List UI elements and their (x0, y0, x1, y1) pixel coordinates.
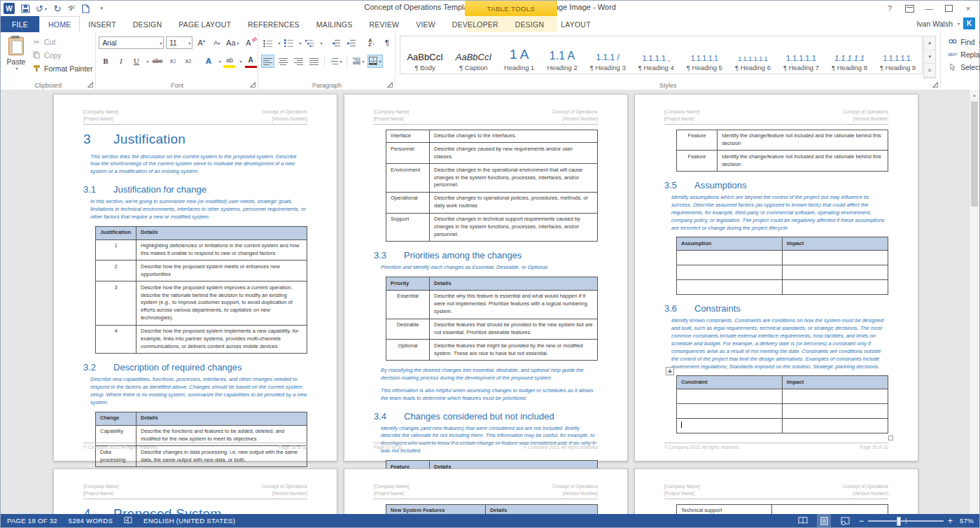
language-indicator[interactable]: ENGLISH (UNITED STATES) (144, 517, 235, 524)
table-cell[interactable] (783, 251, 888, 265)
increase-indent-button[interactable]: ▸ (345, 36, 358, 50)
undo-icon[interactable]: ↺▾ (36, 3, 47, 14)
tab-mailings[interactable]: MAILINGS (308, 16, 361, 32)
section-heading[interactable]: 3.6Constraints (664, 303, 888, 314)
document-page[interactable]: [Company Name][Project Name]Concept of O… (53, 94, 337, 461)
table-cell[interactable]: Describe features that might be provided… (430, 340, 598, 361)
style-item--body[interactable]: AaBbCcI¶ Body (400, 36, 449, 74)
line-spacing-button[interactable]: ↕▾ (328, 55, 343, 68)
clipboard-dialog-launcher-icon[interactable] (88, 82, 93, 88)
show-hide-pilcrow-button[interactable]: ¶ (381, 36, 394, 50)
select-button[interactable]: Select▾ (948, 61, 980, 74)
new-document-icon[interactable] (80, 3, 91, 14)
table-header-cell[interactable]: Priority (386, 277, 430, 291)
table-cell[interactable]: 3 (96, 282, 136, 325)
word-app-icon[interactable]: W (4, 3, 15, 14)
table-header-cell[interactable]: Details (485, 504, 597, 514)
table-cell[interactable]: Highlighting deficiencies or limitations… (136, 239, 307, 260)
read-mode-view-icon[interactable] (796, 514, 810, 527)
zoom-in-button[interactable]: + (948, 517, 953, 524)
borders-button[interactable]: ▾ (368, 55, 382, 68)
table-cell[interactable]: Describe how the proposed system meets o… (136, 260, 307, 282)
style-item--caption[interactable]: AaBbCcI¶ Caption (449, 36, 498, 74)
table-cell[interactable]: Interface (386, 130, 430, 143)
change-case-button[interactable]: Aa▾ (225, 36, 239, 50)
table-cell[interactable]: Essential (386, 290, 430, 319)
table-cell[interactable]: Personnel (386, 143, 430, 164)
help-button[interactable]: ? (881, 2, 898, 15)
section-heading[interactable]: 3.3Priorities among the changes (374, 250, 598, 260)
table-cell[interactable] (783, 404, 888, 419)
cut-button[interactable]: ✂Cut (31, 36, 92, 48)
bold-button[interactable]: B (99, 55, 112, 68)
subscript-button[interactable]: x2 (166, 55, 179, 68)
style-item--heading-6[interactable]: 1.1.1.1.1.1¶ Heading 6 (729, 36, 777, 74)
document-page[interactable]: [Company Name][Project Name]Concept of O… (344, 468, 628, 514)
table-cell[interactable]: Describe how the proposed system impleme… (136, 325, 307, 354)
zoom-out-button[interactable]: − (859, 517, 864, 524)
section-heading[interactable]: 3Justification (83, 132, 307, 147)
style-item--heading-5[interactable]: 1.1.1.1.1¶ Heading 5 (680, 36, 729, 74)
bullets-button[interactable] (261, 36, 274, 50)
table-resize-handle-icon[interactable] (888, 436, 893, 440)
table-cell[interactable]: Describe how the proposed system improve… (136, 282, 307, 325)
page-indicator[interactable]: PAGE 18 OF 32 (7, 517, 57, 524)
guidance-text[interactable]: By classifying the desired changes into … (381, 367, 598, 382)
find-button[interactable]: Find▾ (948, 36, 980, 48)
gallery-scroll-up-icon[interactable]: ▲ (924, 36, 935, 50)
section-heading[interactable]: 4Proposed System (83, 506, 307, 515)
document-page[interactable]: [Company Name][Project Name]Concept of O… (344, 94, 628, 461)
scroll-up-icon[interactable]: ▲ (969, 90, 979, 100)
tab-insert[interactable]: INSERT (80, 16, 125, 32)
table-move-handle-icon[interactable]: + (666, 367, 674, 375)
table-cell[interactable]: 4 (96, 325, 136, 354)
table-cell[interactable]: Identify the change/feature not included… (718, 130, 888, 151)
paragraph-dialog-launcher-icon[interactable] (387, 82, 393, 88)
contextual-tab-layout[interactable]: LAYOUT (552, 16, 598, 32)
guidance-text[interactable]: This information is also helpful when as… (381, 387, 598, 403)
table-cell[interactable]: 2 (96, 260, 136, 282)
style-item--heading-7[interactable]: 1.1.1.1.1¶ Heading 7 (777, 36, 825, 74)
table-cell[interactable] (783, 389, 888, 404)
close-button[interactable]: × (960, 2, 976, 15)
document-page[interactable]: [Company Name][Project Name]Concept of O… (634, 468, 918, 514)
zoom-track[interactable] (868, 517, 944, 524)
table-cell[interactable]: Identify the change/feature not included… (718, 151, 888, 172)
vertical-scrollbar[interactable]: ▲ (969, 90, 979, 514)
print-layout-view-icon[interactable] (817, 514, 831, 527)
superscript-button[interactable]: x2 (181, 55, 195, 68)
align-left-button[interactable] (261, 55, 274, 68)
text-effects-button[interactable]: A (202, 55, 215, 68)
account-area[interactable]: Ivan Walsh ▾ K (916, 18, 975, 29)
multilevel-list-button[interactable] (303, 36, 316, 50)
ribbon-display-options-button[interactable] (901, 2, 918, 15)
tab-home[interactable]: HOME (39, 16, 80, 32)
section-heading[interactable]: 3.5Assumptions (664, 180, 888, 190)
minimize-button[interactable]: — (920, 2, 937, 15)
table-header-cell[interactable]: Impact (783, 237, 888, 251)
zoom-thumb[interactable] (897, 517, 901, 526)
guidance-text[interactable]: Identify assumptions which are beyond th… (671, 194, 888, 232)
align-center-button[interactable] (276, 55, 290, 68)
style-item--heading-4[interactable]: 1.1.1.1 ,¶ Heading 4 (632, 36, 680, 74)
guidance-text[interactable]: Identify known constraints. Constraints … (671, 317, 888, 370)
font-dialog-launcher-icon[interactable] (250, 82, 255, 88)
font-color-button[interactable]: A (244, 53, 258, 69)
table-header-cell[interactable]: Details (136, 226, 307, 239)
zoom-percent[interactable]: 57% (960, 517, 974, 524)
tab-file[interactable]: FILE (1, 16, 39, 32)
table-cell[interactable]: Describe changes to operational policies… (430, 192, 598, 213)
document-page[interactable]: [Company Name][Project Name]Concept of O… (53, 468, 337, 514)
table-cell[interactable] (771, 504, 888, 514)
table-cell[interactable]: Desirable (386, 319, 430, 340)
text-highlight-button[interactable]: ab (223, 53, 236, 69)
paste-button[interactable]: Paste ▾ (4, 34, 29, 76)
gallery-scroll-down-icon[interactable]: ▼ (924, 50, 935, 64)
table-cell[interactable] (677, 280, 783, 295)
tab-developer[interactable]: DEVELOPER (444, 16, 507, 32)
table-cell[interactable] (677, 265, 783, 280)
font-name-combo[interactable]: Arial▾ (99, 36, 164, 49)
font-size-combo[interactable]: 11▾ (166, 36, 192, 49)
tab-page-layout[interactable]: PAGE LAYOUT (170, 16, 239, 32)
table-header-cell[interactable]: Change (96, 412, 136, 425)
